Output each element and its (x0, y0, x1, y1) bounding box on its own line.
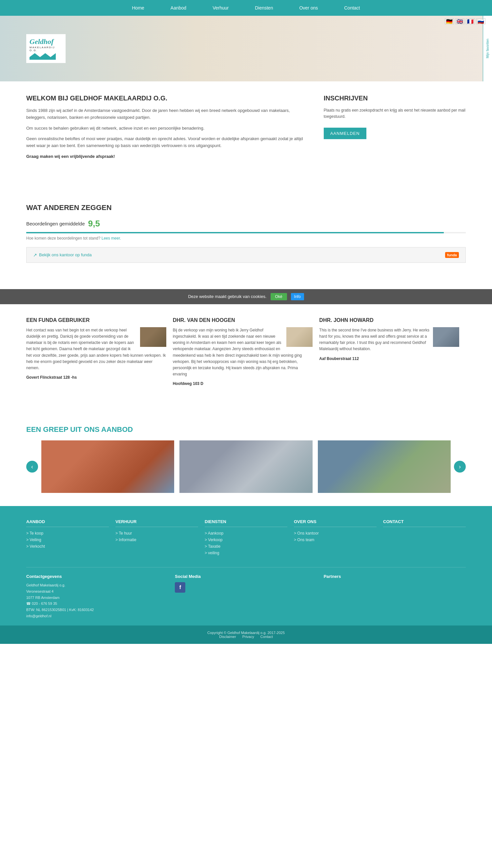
testimonials-section: EEN FUNDA GEBRUIKER Het contact was van … (0, 304, 492, 400)
flag-ru[interactable]: 🇷🇺 (476, 18, 486, 24)
footer-disclaimer-link[interactable]: Disclaimer (219, 635, 236, 638)
footer-link-ons-team[interactable]: Ons team (294, 537, 376, 542)
footer-nav: Aanbod Te koop Veiling Verkocht Verhuur … (26, 519, 466, 557)
hero-section: 🇩🇪 🇬🇧 🇫🇷 🇷🇺 Geldhof MAKELAARDIJ O.G. Mij… (0, 16, 492, 81)
funda-logo: funda (445, 252, 459, 258)
footer-col-aanbod-title: Aanbod (26, 519, 109, 527)
funda-link[interactable]: ↗ Bekijk ons kantoor op funda (33, 252, 92, 258)
testimonial-3-img (433, 327, 459, 347)
rating-sub: Hoe komen deze beoordelingen tot stand? … (26, 236, 466, 241)
testimonial-1-img (140, 327, 166, 347)
footer-col-contact-title: Contact (383, 519, 466, 527)
footer-link-verkoop[interactable]: Verkoop (205, 537, 287, 542)
hero-background (0, 16, 492, 81)
facebook-link[interactable]: f (175, 582, 185, 593)
footer-col-verhuur-title: Verhuur (116, 519, 198, 527)
aanbod-section: EEN GREEP UIT ONS AANBOD ‹ › (0, 412, 492, 506)
review-bar (26, 232, 466, 233)
cookie-text: Deze website maakt gebruik van cookies. (188, 294, 266, 299)
aanbod-title: EEN GREEP UIT ONS AANBOD (26, 425, 466, 434)
property-card-1[interactable] (41, 440, 174, 493)
testimonial-2-address: Hoofdweg 103 D (173, 381, 313, 386)
testimonial-2-name: DHR. VAN DEN HOOGEN (173, 317, 313, 323)
property-card-3[interactable] (318, 440, 451, 493)
welcome-p1: Sinds 1988 zijn wij actief in de Amsterd… (26, 107, 311, 121)
property-img-1 (41, 440, 174, 493)
flag-gb[interactable]: 🇬🇧 (455, 18, 464, 24)
footer-bottom: Contactgegevens Geldhof Makelaardij o.g.… (26, 567, 466, 619)
footer-link-aankoop[interactable]: Aankoop (205, 531, 287, 535)
testimonial-3: DHR. JOHN HOWARD This is the second time… (319, 317, 466, 386)
welcome-p3: Geen onrealistische beloftes of mooi wee… (26, 136, 311, 149)
nav-contact[interactable]: Contact (331, 0, 373, 16)
footer-contact-link[interactable]: Contact (261, 635, 273, 638)
mijn-favoriten-tab[interactable]: Mijn favoriten (483, 16, 492, 81)
welcome-section: WELKOM BIJ GELDHOF MAKELAARDIJ O.G. Sind… (26, 95, 311, 164)
carousel-next-button[interactable]: › (454, 461, 466, 473)
footer-link-ons-kantoor[interactable]: Ons kantoor (294, 531, 376, 535)
review-bar-fill (26, 232, 444, 233)
footer-partners: Partners (324, 574, 466, 619)
carousel-prev-button[interactable]: ‹ (26, 461, 38, 473)
footer-social: Social Media f (175, 574, 317, 619)
footer-link-veiling[interactable]: Veiling (26, 537, 109, 542)
subscribe-button[interactable]: AANMELDEN (324, 128, 366, 139)
funda-banner: ↗ Bekijk ons kantoor op funda funda (26, 247, 466, 263)
copyright-text: Copyright © Geldhof Makelaardij o.g. 201… (207, 631, 285, 635)
footer-contact: Contactgegevens Geldhof Makelaardij o.g.… (26, 574, 168, 619)
footer-col-over-ons-title: Over ons (294, 519, 376, 527)
footer-social-title: Social Media (175, 574, 317, 579)
property-img-2 (179, 440, 312, 493)
logo-text: Geldhof (29, 38, 62, 46)
footer-col-over-ons: Over ons Ons kantoor Ons team (294, 519, 376, 557)
testimonial-1: EEN FUNDA GEBRUIKER Het contact was van … (26, 317, 173, 386)
flag-fr[interactable]: 🇫🇷 (466, 18, 475, 24)
footer-col-diensten-title: Diensten (205, 519, 287, 527)
footer-legal: Copyright © Geldhof Makelaardij o.g. 201… (0, 626, 492, 644)
property-img-3 (318, 440, 451, 493)
footer-link-informatie[interactable]: Informatie (116, 537, 198, 542)
reviews-title: WAT ANDEREN ZEGGEN (26, 203, 466, 212)
testimonial-3-name: DHR. JOHN HOWARD (319, 317, 459, 323)
nav-home[interactable]: Home (119, 0, 157, 16)
property-card-2[interactable] (179, 440, 312, 493)
footer-link-veiling[interactable]: veiling (205, 551, 287, 555)
footer-col-verhuur: Verhuur Te huur Informatie (116, 519, 198, 557)
cookie-ok-button[interactable]: Oké (271, 293, 287, 300)
reviews-section: WAT ANDEREN ZEGGEN Beoordelingen gemidde… (0, 190, 492, 276)
welcome-p2: Om succes te behalen gebruiken wij dit n… (26, 125, 311, 132)
footer-privacy-link[interactable]: Privacy (242, 635, 254, 638)
footer-contact-title: Contactgegevens (26, 574, 168, 579)
main-nav: Home Aanbod Verhuur Diensten Over ons Co… (0, 0, 492, 16)
rating-row: Beoordelingen gemiddelde 9,5 (26, 219, 466, 229)
testimonial-2-img (286, 327, 313, 347)
rating-label: Beoordelingen gemiddelde (26, 221, 84, 226)
subscribe-title: INSCHRIJVEN (324, 95, 466, 102)
logo: Geldhof MAKELAARDIJ O.G. (26, 34, 66, 63)
footer-link-te-huur[interactable]: Te huur (116, 531, 198, 535)
nav-aanbod[interactable]: Aanbod (157, 0, 199, 16)
property-images (41, 440, 451, 493)
subscribe-section: INSCHRIJVEN Plaats nu gratis een zoekopd… (324, 95, 466, 164)
nav-over-ons[interactable]: Over ons (286, 0, 331, 16)
lees-meer-link[interactable]: Lees meer. (102, 236, 121, 241)
testimonial-1-address: Govert Flinckstraat 128 -hs (26, 375, 166, 380)
main-content: WELKOM BIJ GELDHOF MAKELAARDIJ O.G. Sind… (0, 81, 492, 177)
footer: Aanbod Te koop Veiling Verkocht Verhuur … (0, 506, 492, 626)
footer-contact-details: Geldhof Makelaardij o.g. Veronesestraat … (26, 582, 168, 619)
cookie-info-button[interactable]: Info (291, 293, 304, 300)
property-carousel: ‹ › (26, 440, 466, 493)
rating-score: 9,5 (88, 219, 100, 229)
nav-verhuur[interactable]: Verhuur (199, 0, 242, 16)
nav-diensten[interactable]: Diensten (242, 0, 286, 16)
footer-link-taxatie[interactable]: Taxatie (205, 544, 287, 549)
language-selector: 🇩🇪 🇬🇧 🇫🇷 🇷🇺 (445, 18, 486, 24)
testimonial-1-name: EEN FUNDA GEBRUIKER (26, 317, 166, 323)
footer-link-te-koop[interactable]: Te koop (26, 531, 109, 535)
footer-col-diensten: Diensten Aankoop Verkoop Taxatie veiling (205, 519, 287, 557)
footer-link-verkocht[interactable]: Verkocht (26, 544, 109, 549)
cookie-bar: Deze website maakt gebruik van cookies. … (0, 289, 492, 304)
logo-sub: MAKELAARDIJ O.G. (29, 46, 62, 52)
flag-de[interactable]: 🇩🇪 (445, 18, 454, 24)
testimonial-2: DHR. VAN DEN HOOGEN Bij de verkoop van m… (173, 317, 319, 386)
